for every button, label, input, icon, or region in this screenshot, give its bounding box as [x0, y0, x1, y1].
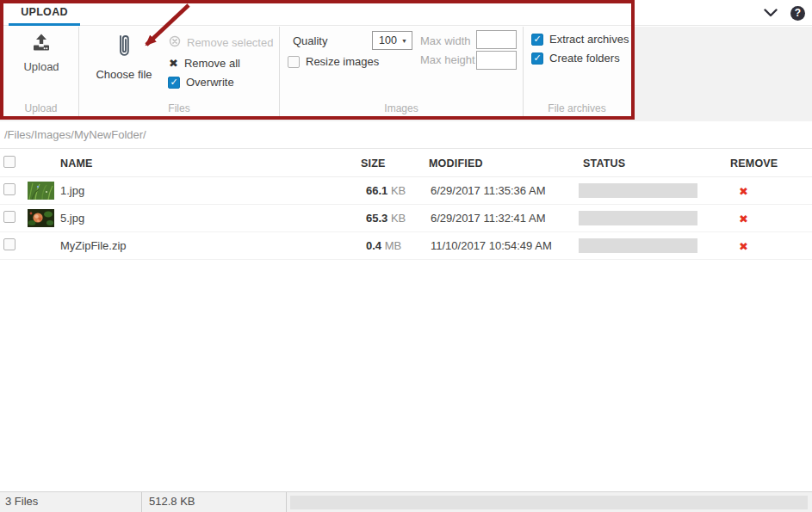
row-checkbox[interactable]: [3, 238, 15, 250]
help-icon[interactable]: ?: [790, 6, 805, 21]
table-row: 1.jpg 66.1 KB 6/29/2017 11:35:36 AM ✖: [0, 177, 812, 205]
table-row: MyZipFile.zip 0.4 MB 11/10/2017 10:54:49…: [0, 232, 812, 260]
group-label-files: Files: [79, 102, 279, 114]
tab-upload[interactable]: UPLOAD: [9, 0, 80, 26]
row-checkbox[interactable]: [3, 183, 15, 195]
grid-header-row: NAME SIZE MODIFIED STATUS REMOVE: [0, 150, 812, 177]
ribbon-group-archives: Extract archives Create folders File arc…: [524, 27, 630, 117]
remove-all-label: Remove all: [184, 57, 240, 70]
select-arrow-icon: ▼: [401, 38, 407, 44]
tab-strip: UPLOAD ?: [0, 0, 812, 26]
resize-images-checkbox[interactable]: [288, 56, 300, 68]
create-folders-checkbox[interactable]: [531, 52, 543, 65]
overwrite-option[interactable]: Overwrite: [168, 76, 234, 89]
ribbon-groups: Upload Upload Choose file Remove selecte…: [3, 27, 631, 117]
status-file-count: 3 Files: [0, 492, 142, 512]
resize-images-label: Resize images: [306, 55, 379, 68]
status-total-size: 512.8 KB: [142, 492, 287, 512]
file-size-unit: MB: [385, 239, 402, 252]
flower-photo-thumbnail: [28, 209, 54, 227]
select-all-checkbox[interactable]: [3, 156, 15, 168]
chevron-down-icon[interactable]: [763, 7, 778, 19]
progress-bar: [579, 238, 697, 253]
breadcrumb: /Files/Images/MyNewFolder/: [0, 121, 812, 149]
remove-selected-label: Remove selected: [187, 36, 273, 49]
column-header-status: STATUS: [579, 157, 730, 170]
status-bar: 3 Files 512.8 KB: [0, 491, 812, 512]
extract-archives-label: Extract archives: [549, 33, 629, 46]
quality-select[interactable]: 100 ▼: [372, 31, 412, 50]
remove-selected-button: Remove selected: [169, 35, 273, 50]
remove-file-button[interactable]: ✖: [739, 240, 748, 253]
max-height-label: Max height: [420, 53, 475, 66]
column-header-remove: REMOVE: [730, 157, 812, 170]
quality-value: 100: [379, 34, 397, 46]
file-name: 1.jpg: [60, 184, 84, 197]
max-width-input[interactable]: [476, 30, 517, 49]
ribbon-group-images: Quality 100 ▼ Max width Max height Resiz…: [280, 27, 524, 117]
remove-all-button[interactable]: ✖ Remove all: [169, 57, 240, 70]
ribbon-group-upload: Upload Upload: [3, 27, 79, 117]
progress-bar: [579, 211, 697, 225]
upload-button[interactable]: Upload: [19, 33, 64, 73]
file-size-value: 66.1: [366, 184, 387, 197]
column-header-name: NAME: [24, 157, 355, 170]
file-modified: 6/29/2017 11:35:36 AM: [422, 184, 579, 197]
file-modified: 6/29/2017 11:32:41 AM: [422, 212, 579, 225]
max-height-input[interactable]: [476, 51, 517, 70]
file-name: MyZipFile.zip: [60, 239, 127, 252]
create-folders-option[interactable]: Create folders: [531, 52, 620, 65]
file-name: 5.jpg: [60, 212, 84, 225]
extract-archives-option[interactable]: Extract archives: [531, 33, 629, 46]
overall-progress-bar: [290, 496, 808, 509]
file-size-value: 0.4: [366, 239, 381, 252]
max-width-label: Max width: [420, 34, 471, 47]
resize-images-option[interactable]: Resize images: [288, 55, 379, 68]
group-label-archives: File archives: [524, 102, 630, 114]
choose-file-button[interactable]: Choose file: [90, 32, 158, 81]
column-header-size: SIZE: [355, 157, 422, 170]
file-size-unit: KB: [391, 184, 406, 197]
upload-button-label: Upload: [23, 60, 59, 73]
grass-photo-thumbnail: [28, 182, 54, 200]
status-progress-section: [287, 492, 812, 512]
quality-label: Quality: [293, 34, 327, 47]
breadcrumb-path: /Files/Images/MyNewFolder/: [4, 128, 146, 141]
upload-icon: [31, 33, 52, 57]
remove-all-icon: ✖: [169, 57, 178, 70]
column-header-modified: MODIFIED: [422, 157, 579, 170]
group-label-upload: Upload: [3, 102, 78, 114]
overwrite-label: Overwrite: [186, 76, 234, 89]
overwrite-checkbox[interactable]: [168, 77, 180, 89]
create-folders-label: Create folders: [549, 52, 620, 65]
tabstrip-actions: ?: [763, 0, 812, 26]
paperclip-icon: [115, 32, 133, 65]
remove-file-button[interactable]: ✖: [739, 213, 748, 225]
file-modified: 11/10/2017 10:54:49 AM: [422, 239, 579, 252]
extract-archives-checkbox[interactable]: [531, 34, 543, 46]
remove-selected-icon: [169, 35, 181, 50]
progress-bar: [579, 183, 697, 198]
ribbon-group-files: Choose file Remove selected ✖ Remove all…: [79, 27, 280, 117]
file-size-unit: KB: [391, 212, 406, 225]
file-size-value: 65.3: [366, 212, 387, 225]
remove-file-button[interactable]: ✖: [739, 185, 748, 198]
choose-file-label: Choose file: [96, 68, 152, 81]
table-row: 5.jpg 65.3 KB 6/29/2017 11:32:41 AM ✖: [0, 205, 812, 232]
file-grid: NAME SIZE MODIFIED STATUS REMOVE 1.jpg 6…: [0, 150, 812, 260]
group-label-images: Images: [280, 102, 523, 114]
row-checkbox[interactable]: [3, 211, 15, 223]
